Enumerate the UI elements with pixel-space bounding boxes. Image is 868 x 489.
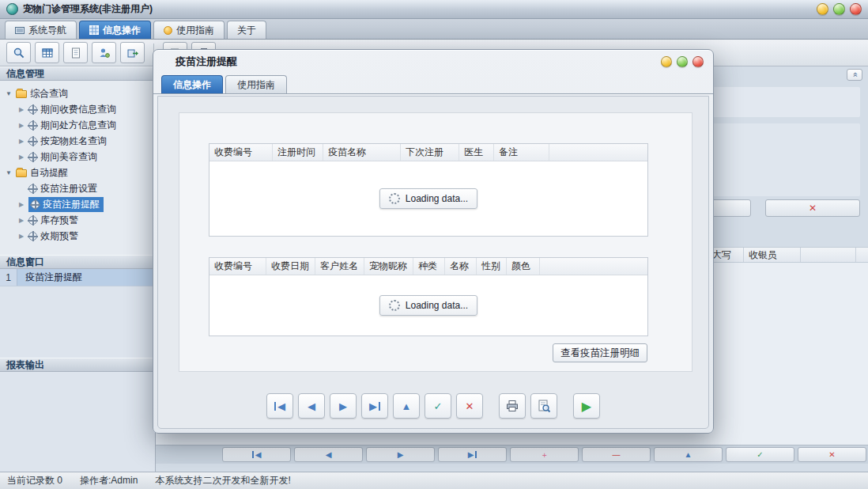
chevron-right-icon[interactable]: ▶	[17, 201, 25, 208]
column-header[interactable]: 收费编号	[209, 144, 273, 161]
dialog-title-bar[interactable]: 疫苗注册提醒	[153, 50, 713, 74]
x-icon: ✕	[828, 450, 835, 459]
tab-info-operations[interactable]: 信息操作	[79, 21, 151, 39]
cancel-button[interactable]: ✕	[765, 199, 860, 217]
tree-folder-combined-query[interactable]: ▼ 综合查询	[0, 85, 155, 101]
grid-header-row: 收费编号 注册时间 疫苗名称 下次注册 医生 备注	[209, 144, 647, 161]
next-record-button[interactable]: ▶	[330, 393, 357, 419]
dialog-minimize-button[interactable]	[661, 56, 672, 67]
chevron-right-icon[interactable]: ▶	[17, 233, 25, 240]
previous-record-button[interactable]: ◀	[298, 393, 325, 419]
tree-item-expiry-warning[interactable]: ▶ 效期预警	[0, 228, 155, 244]
selected-tree-item[interactable]: 疫苗注册提醒	[28, 197, 104, 212]
view-registration-details-button[interactable]: 查看疫苗注册明细	[553, 343, 647, 362]
dialog-window-controls	[661, 56, 704, 67]
print-preview-button[interactable]	[530, 393, 557, 419]
column-header[interactable]: 医生	[459, 144, 494, 161]
tree-item-vaccine-registration-reminder[interactable]: ▶ 疫苗注册提醒	[0, 196, 155, 212]
tree-item-label: 疫苗注册提醒	[43, 198, 100, 211]
column-header-empty[interactable]	[855, 248, 868, 262]
column-header[interactable]: 颜色	[507, 258, 540, 275]
print-button[interactable]	[499, 393, 526, 419]
section-header-report-output: 报表输出	[0, 358, 155, 372]
maximize-button[interactable]	[833, 3, 845, 15]
close-button[interactable]	[850, 3, 862, 15]
window-list-item[interactable]: 1 疫苗注册提醒	[0, 269, 155, 286]
loading-indicator: Loading data...	[379, 295, 477, 316]
loading-text: Loading data...	[406, 193, 468, 204]
tree-item-pet-name-query[interactable]: ▶ 按宠物姓名查询	[0, 133, 155, 149]
first-record-button[interactable]: ◀	[266, 393, 293, 419]
dialog-maximize-button[interactable]	[677, 56, 688, 67]
tree-folder-auto-reminder[interactable]: ▼ 自动提醒	[0, 165, 155, 180]
tab-about[interactable]: 关于	[227, 21, 266, 39]
minimize-button[interactable]	[817, 3, 828, 15]
edit-record-button[interactable]: ▲	[393, 393, 420, 419]
column-header[interactable]: 宠物昵称	[364, 258, 413, 275]
post-record-button[interactable]: ✓	[726, 447, 794, 462]
tree-item-label: 自动提醒	[30, 166, 68, 180]
dialog-title: 疫苗注册提醒	[175, 55, 237, 69]
folder-icon	[16, 169, 27, 177]
column-header-empty[interactable]	[800, 248, 855, 262]
cancel-record-button[interactable]: ✕	[456, 393, 483, 419]
first-record-button[interactable]: ◀	[222, 447, 291, 462]
x-icon: ✕	[809, 203, 817, 214]
tab-system-nav[interactable]: 系统导航	[5, 21, 77, 39]
run-button[interactable]: ▶	[573, 393, 600, 419]
next-record-button[interactable]: ▶	[366, 447, 435, 462]
chevron-right-icon[interactable]: ▶	[17, 106, 25, 113]
last-record-button[interactable]: ▶	[361, 393, 388, 419]
cancel-record-button[interactable]: ✕	[798, 447, 866, 462]
search-icon	[13, 47, 25, 59]
column-header[interactable]: 种类	[413, 258, 445, 275]
column-header[interactable]: 名称	[445, 258, 477, 275]
delete-record-button[interactable]: —	[582, 447, 651, 462]
column-header[interactable]: 备注	[494, 144, 549, 161]
column-header-cashier[interactable]: 收银员	[743, 248, 800, 262]
tree-item-period-fee-query[interactable]: ▶ 期间收费信息查询	[0, 101, 155, 117]
chevron-right-icon[interactable]: ▶	[17, 217, 25, 224]
column-header[interactable]: 收费编号	[209, 258, 266, 275]
column-header[interactable]: 性别	[477, 258, 507, 275]
last-record-button[interactable]: ▶	[438, 447, 507, 462]
collapse-panel-button[interactable]: »	[847, 69, 862, 81]
export-button[interactable]	[120, 42, 145, 63]
document-button[interactable]	[63, 42, 88, 63]
dialog-tab-user-guide[interactable]: 使用指南	[225, 75, 287, 93]
post-record-button[interactable]: ✓	[425, 393, 451, 419]
column-header[interactable]: 收费日期	[266, 258, 315, 275]
chevron-right-icon[interactable]: ▶	[17, 122, 25, 129]
chevron-down-icon[interactable]: ▼	[5, 169, 13, 176]
dialog-close-button[interactable]	[693, 56, 704, 67]
check-icon: ✓	[434, 400, 443, 412]
edit-record-button[interactable]: ▲	[654, 447, 723, 462]
chevron-right-icon[interactable]: ▶	[17, 138, 25, 145]
search-button[interactable]	[6, 42, 31, 63]
table-view-button[interactable]	[35, 42, 59, 63]
tab-user-guide[interactable]: 使用指南	[153, 21, 225, 39]
chevron-down-icon[interactable]: ▼	[5, 90, 13, 97]
operators-button[interactable]	[92, 42, 116, 63]
first-icon	[252, 451, 254, 458]
customer-pets-grid[interactable]: 收费编号 收费日期 客户姓名 宠物昵称 种类 名称 性别 颜色 Loading	[209, 257, 648, 336]
x-icon: ✕	[466, 400, 474, 412]
column-header[interactable]: 下次注册	[401, 144, 459, 161]
up-icon: ▲	[402, 400, 412, 412]
tree-item-vaccine-registration-settings[interactable]: 疫苗注册设置	[0, 180, 155, 196]
insert-record-button[interactable]: ＋	[510, 447, 579, 462]
previous-icon: ◀	[326, 450, 332, 459]
vaccine-registrations-grid[interactable]: 收费编号 注册时间 疫苗名称 下次注册 医生 备注 Loading data..…	[209, 143, 648, 237]
dialog-tab-info-operations[interactable]: 信息操作	[161, 75, 223, 93]
tree-item-period-prescription-query[interactable]: ▶ 期间处方信息查询	[0, 117, 155, 133]
tree-item-stock-warning[interactable]: ▶ 库存预警	[0, 212, 155, 228]
table-icon	[41, 47, 54, 59]
previous-record-button[interactable]: ◀	[294, 447, 363, 462]
column-header[interactable]: 疫苗名称	[323, 144, 401, 161]
tree-item-period-grooming-query[interactable]: ▶ 期间美容查询	[0, 149, 155, 165]
column-header[interactable]: 客户姓名	[315, 258, 364, 275]
chevron-right-icon[interactable]: ▶	[17, 154, 25, 161]
section-header-info-window: 信息窗口	[0, 255, 155, 269]
column-header[interactable]: 注册时间	[273, 144, 323, 161]
tab-label: 关于	[237, 24, 256, 37]
